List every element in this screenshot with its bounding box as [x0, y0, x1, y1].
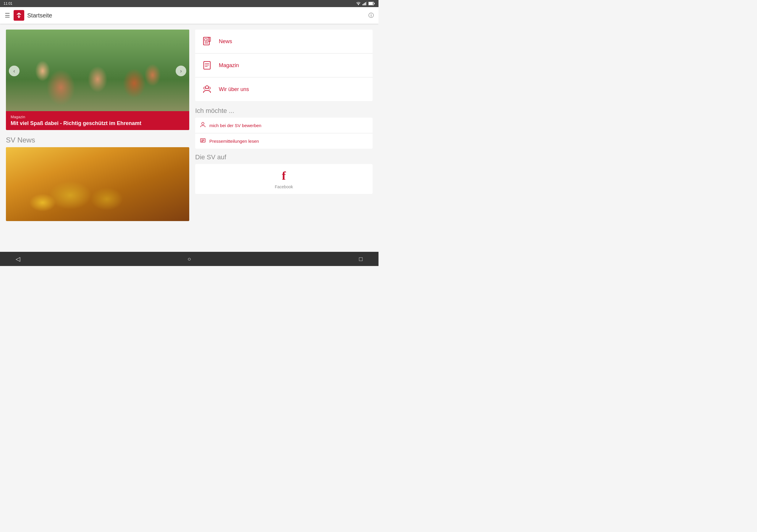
- status-icons: [356, 2, 375, 5]
- slider-caption: Magazin Mit viel Spaß dabei - Richtig ge…: [6, 111, 189, 130]
- svg-rect-4: [366, 2, 367, 5]
- nav-items-container: News Magazin: [195, 30, 373, 101]
- ich-mochte-section: Ich möchte ... mich bei der SV bewerben: [195, 107, 373, 149]
- app-bar: ☰ Startseite ⓘ: [0, 7, 378, 24]
- svg-point-20: [202, 122, 204, 125]
- svg-rect-3: [365, 2, 366, 5]
- magazin-icon: [201, 59, 213, 71]
- main-content: ‹ › Magazin Mit viel Spaß dabei - Richti…: [0, 24, 378, 252]
- pressemitteilungen-icon: [200, 137, 206, 144]
- svg-rect-6: [369, 2, 373, 5]
- facebook-icon: f: [282, 169, 286, 183]
- svg-rect-2: [364, 3, 365, 5]
- nav-item-magazin[interactable]: Magazin: [195, 53, 373, 77]
- ich-item-bewerben[interactable]: mich bei der SV bewerben: [195, 118, 373, 133]
- home-button[interactable]: ○: [183, 253, 195, 265]
- right-column: News Magazin: [195, 30, 373, 246]
- recents-button[interactable]: □: [355, 253, 367, 265]
- svg-point-18: [204, 87, 206, 89]
- battery-icon: [369, 2, 375, 5]
- sv-news-title: SV News: [6, 136, 189, 144]
- back-button[interactable]: ◁: [12, 253, 24, 265]
- slider-photo: [6, 30, 189, 112]
- nav-wir-label: Wir über uns: [219, 86, 249, 93]
- slider-caption-label: Magazin: [11, 115, 185, 119]
- sv-items-container: f Facebook: [195, 164, 373, 194]
- nav-magazin-label: Magazin: [219, 62, 239, 69]
- die-sv-auf-title: Die SV auf: [195, 153, 373, 161]
- slider-caption-title: Mit viel Spaß dabei - Richtig geschützt …: [11, 120, 185, 127]
- news-image-overlay: [6, 147, 189, 221]
- slider-next-button[interactable]: ›: [176, 66, 186, 76]
- die-sv-auf-section: Die SV auf f Facebook: [195, 153, 373, 194]
- svg-point-0: [358, 5, 359, 5]
- nav-item-news[interactable]: News: [195, 30, 373, 53]
- svg-point-19: [208, 87, 211, 89]
- hero-slider[interactable]: ‹ › Magazin Mit viel Spaß dabei - Richti…: [6, 30, 189, 130]
- svg-rect-7: [374, 3, 375, 4]
- info-button[interactable]: ⓘ: [369, 12, 374, 19]
- nav-item-wir-ueber-uns[interactable]: Wir über uns: [195, 77, 373, 101]
- svg-rect-8: [203, 37, 209, 45]
- ich-item-bewerben-label: mich bei der SV bewerben: [209, 123, 261, 128]
- status-time: 11:01: [4, 1, 13, 6]
- status-bar: 11:01: [0, 0, 378, 7]
- news-image[interactable]: [6, 147, 189, 221]
- ich-item-pressemitteilungen[interactable]: Pressemitteilungen lesen: [195, 133, 373, 149]
- signal-icon: [363, 2, 367, 5]
- svg-rect-13: [204, 62, 210, 69]
- sv-news-section: SV News: [6, 136, 189, 221]
- menu-button[interactable]: ☰: [5, 12, 10, 19]
- bottom-nav: ◁ ○ □: [0, 252, 378, 266]
- nav-news-label: News: [219, 39, 232, 44]
- svg-point-17: [205, 86, 208, 89]
- wifi-icon: [356, 2, 361, 5]
- svg-rect-9: [205, 39, 207, 41]
- sv-item-facebook[interactable]: f Facebook: [195, 164, 373, 194]
- ich-item-pressemitteilungen-label: Pressemitteilungen lesen: [209, 139, 259, 144]
- app-title: Startseite: [27, 12, 52, 19]
- facebook-label: Facebook: [275, 185, 293, 189]
- svg-rect-1: [363, 4, 363, 5]
- ich-items-container: mich bei der SV bewerben Pressemitteilun…: [195, 118, 373, 149]
- bewerben-icon: [200, 122, 206, 129]
- app-logo: [14, 10, 24, 21]
- slider-prev-button[interactable]: ‹: [9, 66, 19, 76]
- ich-mochte-title: Ich möchte ...: [195, 107, 373, 115]
- left-column: ‹ › Magazin Mit viel Spaß dabei - Richti…: [6, 30, 189, 246]
- logo-icon: [16, 12, 22, 18]
- news-icon: [201, 36, 213, 47]
- wir-ueber-uns-icon: [201, 83, 213, 95]
